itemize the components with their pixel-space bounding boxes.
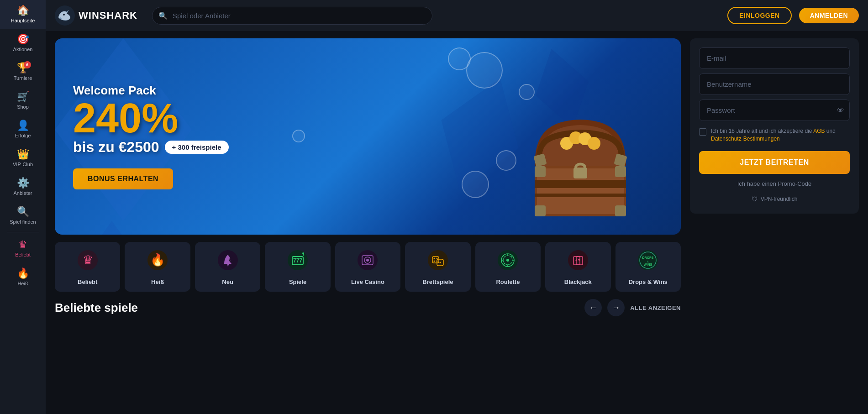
shield-icon: 🛡 [752,195,758,203]
category-heis-icon: 🔥 [147,250,168,273]
svg-rect-19 [535,194,626,197]
left-column: Welcome Pack 240% bis zu €2500 + 300 fre… [55,38,681,407]
sidebar-item-erfolge[interactable]: 👤 Erfolge [0,115,46,144]
svg-point-1 [63,14,65,16]
svg-point-47 [433,258,435,259]
terms-prefix: Ich bin 18 Jahre alt und ich akzeptiere … [711,128,813,134]
category-spiele-icon: 777 [288,250,308,273]
alle-anzeigen-button[interactable]: ALLE ANZEIGEN [630,304,681,311]
registration-form: 👁 Ich bin 18 Jahre alt und ich akzeptier… [690,38,859,214]
bubble-1 [466,52,503,89]
header: WINSHARK 🔍 EINLOGGEN ANMELDEN [46,0,868,31]
prev-button[interactable]: ← [584,299,602,316]
sidebar-item-aktionen[interactable]: 🎯 Aktionen [0,29,46,58]
svg-text:🔥: 🔥 [150,252,165,267]
main-content: WINSHARK 🔍 EINLOGGEN ANMELDEN [46,0,868,414]
category-heis[interactable]: 🔥 Heiß [125,242,190,292]
svg-text:♛: ♛ [82,253,93,267]
vip-icon: 👑 [17,149,29,159]
beliebt-icon: ♛ [18,240,27,250]
join-button[interactable]: JETZT BEITRETEN [699,151,850,174]
svg-text:DROPS: DROPS [642,256,654,259]
sidebar: 🏠 Hauptseite 🎯 Aktionen 🏆 6 Turniere 🛒 S… [0,0,46,414]
turniere-badge: 6 [24,61,31,68]
username-field[interactable] [699,73,850,95]
svg-point-56 [506,259,509,262]
svg-point-44 [366,259,369,262]
bubble-6 [292,130,305,142]
bubble-2 [448,47,471,70]
hero-bonus-button[interactable]: BONUS ERHALTEN [73,168,173,189]
page-body: Welcome Pack 240% bis zu €2500 + 300 fre… [46,31,868,414]
hero-banner: Welcome Pack 240% bis zu €2500 + 300 fre… [55,38,681,235]
svg-rect-26 [573,168,587,178]
svg-rect-23 [615,205,626,216]
category-beliebt[interactable]: ♛ Beliebt [55,242,120,292]
sidebar-item-anbieter[interactable]: ⚙️ Anbieter [0,173,46,201]
category-live-casino-label: Live Casino [351,278,384,285]
vpn-row: 🛡 VPN-freundlich [699,194,850,204]
password-toggle-icon[interactable]: 👁 [837,106,844,115]
category-live-casino[interactable]: Live Casino [335,242,400,292]
sidebar-label-hauptseite: Hauptseite [11,18,35,23]
bubble-3 [462,171,489,198]
sidebar-item-hauptseite[interactable]: 🏠 Hauptseite [0,0,46,29]
svg-text:777: 777 [293,257,302,264]
category-roulette[interactable]: Roulette [475,242,541,292]
category-brettspiele[interactable]: Brettspiele [405,242,470,292]
sidebar-item-shop[interactable]: 🛒 Shop [0,86,46,115]
svg-text:♥: ♥ [578,258,580,262]
category-drops-wins[interactable]: DROPS & WINS Drops & Wins [615,242,681,292]
svg-text:WINS: WINS [644,263,652,266]
shop-icon: 🛒 [17,92,29,102]
sidebar-item-turniere[interactable]: 🏆 6 Turniere [0,58,46,86]
sidebar-item-spiel-finden[interactable]: 🔍 Spiel finden [0,201,46,230]
category-neu[interactable]: Neu [195,242,260,292]
sidebar-item-heis[interactable]: 🔥 Heiß [0,263,46,292]
category-drops-wins-label: Drops & Wins [629,278,668,285]
anmelden-button[interactable]: ANMELDEN [799,8,859,23]
logo-text: WINSHARK [79,10,137,21]
anbieter-icon: ⚙️ [17,178,29,188]
category-blackjack-label: Blackjack [564,278,592,285]
next-button[interactable]: → [607,299,625,316]
category-spiele-label: Spiele [289,278,306,285]
email-field[interactable] [699,47,850,69]
sidebar-divider [7,232,39,232]
hero-chest [507,84,653,230]
shark-logo-icon [55,5,75,26]
svg-point-30 [588,137,600,150]
password-field[interactable] [699,100,850,121]
vpn-text: VPN-freundlich [761,196,798,202]
logo: WINSHARK [55,5,137,26]
erfolge-icon: 👤 [17,121,29,131]
terms-datenschutz-link[interactable]: Datenschutz-Bestimmungen [711,136,780,142]
category-roulette-label: Roulette [496,278,520,285]
category-blackjack[interactable]: ♠ ♥ Blackjack [545,242,610,292]
heis-icon: 🔥 [17,268,29,278]
category-spiele[interactable]: 777 Spiele [265,242,330,292]
search-bar: 🔍 [152,7,432,25]
sidebar-item-vip[interactable]: 👑 VIP-Club [0,144,46,173]
sidebar-item-beliebt[interactable]: ♛ Beliebt [0,234,46,263]
hero-percent: 240% [73,98,229,139]
sidebar-label-aktionen: Aktionen [13,47,33,52]
svg-point-40 [302,252,304,254]
sidebar-label-erfolge: Erfolge [15,133,31,138]
section-title: Beliebte spiele [55,301,138,315]
hero-freispiele: + 300 freispiele [165,141,229,154]
svg-point-45 [428,250,448,270]
terms-checkbox[interactable] [699,128,706,136]
search-input[interactable] [152,7,432,25]
category-neu-label: Neu [222,278,233,285]
terms-agb-link[interactable]: AGB [813,128,825,134]
hero-content: Welcome Pack 240% bis zu €2500 + 300 fre… [73,84,229,189]
categories-grid: ♛ Beliebt 🔥 Heiß [55,242,681,292]
svg-rect-20 [535,166,546,177]
svg-rect-22 [535,205,546,216]
category-brettspiele-label: Brettspiele [422,278,453,285]
einloggen-button[interactable]: EINLOGGEN [727,7,792,24]
promo-link[interactable]: Ich habe einen Promo-Code [699,178,850,189]
category-heis-label: Heiß [151,278,164,285]
category-drops-wins-icon: DROPS & WINS [638,250,658,273]
